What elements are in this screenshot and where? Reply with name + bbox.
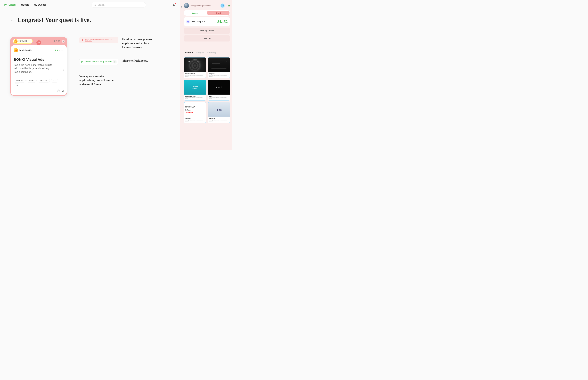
sidebar: clee@anchorpillar.com 40 Lancer Client H…: [180, 0, 232, 150]
role-toggle: Lancer Client: [184, 10, 230, 16]
brand-logo[interactable]: Lancer: [4, 3, 16, 6]
share-info-text: Share to freelancers.: [122, 59, 148, 63]
portfolio-meta: mrgnlend Omni by marginfi is an experime…: [208, 72, 230, 78]
topbar: Lancer Quests My Quests: [0, 0, 180, 10]
avatar[interactable]: [184, 3, 189, 8]
user-email: clee@anchorpillar.com: [190, 5, 211, 7]
copy-icon: [114, 61, 116, 63]
svg-rect-2: [63, 41, 63, 42]
alert-text: THIS QUEST IS UNFUNDED. FUND TO ENGAGE.: [85, 38, 116, 42]
share-block: HTTPS://LANCER.SO/QUEST/124 Share to fre…: [79, 59, 158, 65]
bonk-coin-icon: 🔥: [14, 39, 18, 43]
search-icon: [94, 3, 96, 6]
bookmark-icon[interactable]: [62, 89, 64, 92]
svg-rect-4: [114, 62, 115, 63]
portfolio-meta: SharkyFi Omni by marginfi is an experime…: [184, 117, 206, 123]
inactive-note: Your quest can take applications, but wi…: [79, 74, 115, 86]
brand-name: Lancer: [8, 3, 16, 6]
settings-button[interactable]: [228, 5, 230, 7]
lock-chip: [62, 40, 65, 43]
share-link-text: HTTPS://LANCER.SO/QUEST/124: [85, 61, 112, 63]
portfolio-sub: Omni by marginfi is an experiment in AI …: [185, 75, 205, 77]
role-client[interactable]: Client: [207, 11, 229, 15]
sidebar-tabs: Portfolio Badges Ranking: [184, 51, 230, 54]
nav-quests[interactable]: Quests: [21, 3, 29, 6]
wallet-balance: $4,152: [217, 19, 228, 24]
portfolio-item[interactable]: Marginfi: Omni Omni by marginfi is an ex…: [184, 57, 206, 78]
tag[interactable]: VISUAL: [14, 79, 25, 82]
card-footer: [14, 89, 64, 92]
portfolio-meta: Marginfi: Omni Omni by marginfi is an ex…: [184, 72, 206, 78]
svg-point-5: [187, 21, 189, 23]
portfolio-title: Marginfi: Omni: [185, 73, 205, 75]
tag[interactable]: HTML: [27, 79, 37, 82]
crown-icon: [81, 60, 84, 63]
notifications-button[interactable]: [173, 3, 176, 6]
tag[interactable]: UX: [51, 79, 58, 82]
portfolio-item[interactable]: mrgnlend Omni by marginfi is an experime…: [208, 57, 230, 78]
portfolio-thumb: [208, 57, 230, 72]
tag[interactable]: UI: [14, 83, 20, 87]
wallet-icon: [186, 20, 190, 23]
portfolio-sub: Omni by marginfi is an experiment in AI …: [209, 120, 229, 122]
portfolio-thumb: BORROW & LENDAGAINST YOURNFTS,INSTANTLY …: [184, 102, 206, 117]
author-row: 🔥 bonkfanatic ★★★★★: [14, 48, 64, 52]
clock-icon: [57, 89, 60, 92]
portfolio-item[interactable]: ▲mt mtnDAO Omni by marginfi is an experi…: [208, 102, 230, 123]
search-wrap: [92, 2, 146, 8]
view-profile-button[interactable]: View My Profile: [184, 28, 230, 34]
wallet-address: HjbB12r2rq..rx3v: [191, 21, 205, 23]
copy-link-button[interactable]: [113, 60, 116, 63]
tab-ranking[interactable]: Ranking: [207, 51, 216, 54]
tab-badges[interactable]: Badges: [196, 51, 204, 54]
portfolio-thumb: [184, 57, 206, 72]
portfolio-sub: Omni by marginfi is an experiment in AI …: [209, 75, 229, 77]
level-badge: 40: [220, 3, 225, 8]
portfolio-title: Liquidity Crunch: [185, 95, 205, 97]
bounty-chip: 🔥 $2,500: [13, 38, 33, 44]
nav-my-quests[interactable]: My Quests: [34, 3, 46, 6]
portfolio-item[interactable]: LiquidityCrunch Liquidity Crunch Omni by…: [184, 80, 206, 100]
back-icon[interactable]: [10, 18, 13, 21]
content-row: 🔥 $2,500 7.6.23 🔥 bonkfanatic: [10, 37, 170, 96]
portfolio-sub: Omni by marginfi is an experiment in AI …: [185, 120, 205, 122]
portfolio-item[interactable]: ◈ vault Vault Omni by marginfi is an exp…: [208, 80, 230, 100]
portfolio-meta: mtnDAO Omni by marginfi is an experiment…: [208, 117, 230, 123]
shield-icon: [28, 40, 31, 42]
notification-dot: [175, 3, 176, 4]
portfolio-item[interactable]: BORROW & LENDAGAINST YOURNFTS,INSTANTLY …: [184, 102, 206, 123]
chevron-right-icon[interactable]: [62, 69, 65, 72]
fund-info-text: Fund to encourage more applicants and un…: [122, 37, 158, 49]
page-title: Congrats! Your quest is live.: [17, 16, 91, 23]
alert-icon: [81, 38, 84, 42]
cash-out-button[interactable]: Cash Out: [184, 35, 230, 41]
unfunded-alert: THIS QUEST IS UNFUNDED. FUND TO ENGAGE.: [79, 37, 118, 43]
author-name: bonkfanatic: [19, 49, 32, 52]
role-lancer[interactable]: Lancer: [184, 10, 206, 16]
lock-icon: [62, 40, 64, 42]
wallet-card: HjbB12r2rq..rx3v $4,152: [184, 17, 230, 26]
crown-icon: [4, 3, 7, 6]
tag[interactable]: DESIGN: [38, 79, 50, 82]
portfolio-grid: Marginfi: Omni Omni by marginfi is an ex…: [184, 57, 230, 123]
portfolio-title: Vault: [209, 95, 229, 97]
svg-point-0: [94, 4, 95, 5]
svg-line-1: [95, 5, 96, 6]
profile-row: clee@anchorpillar.com 40: [184, 3, 230, 8]
portfolio-sub: Omni by marginfi is an experiment in AI …: [209, 97, 229, 99]
tags-row: VISUAL HTML DESIGN UX UI: [14, 79, 64, 87]
sidebar-collapse[interactable]: [180, 0, 184, 150]
portfolio-thumb: ◈ vault: [208, 80, 230, 95]
portfolio-meta: Liquidity Crunch Omni by marginfi is an …: [184, 95, 206, 100]
author-avatar: 🔥: [14, 48, 18, 52]
portfolio-title: mrgnlend: [209, 73, 229, 75]
title-row: Congrats! Your quest is live.: [10, 16, 170, 23]
quest-body: 🔥 bonkfanatic ★★★★★ BONK! Visual Ads Bon…: [11, 45, 67, 95]
tab-portfolio[interactable]: Portfolio: [184, 51, 193, 54]
portfolio-thumb: LiquidityCrunch: [184, 80, 206, 95]
search-input[interactable]: [92, 2, 146, 8]
chevron-right-double-icon: [181, 6, 183, 8]
gear-icon: [228, 5, 230, 7]
quest-card[interactable]: 🔥 $2,500 7.6.23 🔥 bonkfanatic: [10, 37, 67, 96]
content: Congrats! Your quest is live. 🔥 $2,500 7…: [0, 10, 180, 150]
